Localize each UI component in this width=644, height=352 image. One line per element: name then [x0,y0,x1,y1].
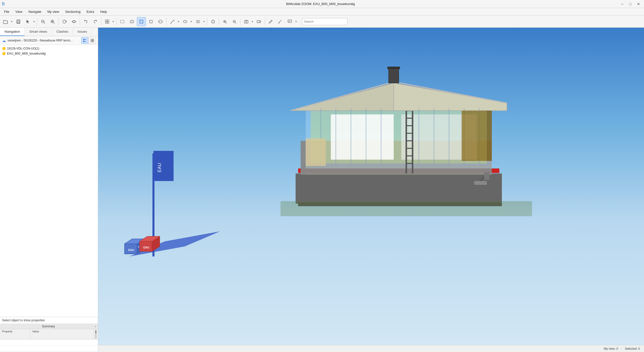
redo-button[interactable] [91,17,100,26]
tree-item-eau[interactable]: 🟡 EAU_B00_M00_bouwkundig [0,51,98,56]
perspective-button[interactable] [137,17,146,26]
column-property: Property [0,329,30,339]
svg-line-47 [235,22,236,23]
annotate-button[interactable] [285,17,294,26]
tree-label-con: 19126-VDL-CON-UO(1) [7,47,39,50]
svg-rect-119 [484,172,489,180]
pointer-button[interactable] [23,17,32,26]
sep5 [116,18,116,25]
svg-rect-28 [149,20,152,23]
svg-rect-56 [83,39,84,40]
close-button[interactable]: ✕ [635,1,642,8]
svg-rect-80 [296,173,502,204]
rotate-button[interactable] [60,17,69,26]
svg-rect-101 [389,68,399,83]
annotate-dropdown-arrow[interactable]: ▼ [294,20,298,23]
menu-item-sectioning[interactable]: Sectioning [62,8,84,15]
menu-item-file[interactable]: File [1,8,12,15]
model-icon-eau: 🟡 [2,52,6,55]
align-button[interactable] [193,17,203,26]
undo-button[interactable] [81,17,90,26]
svg-rect-20 [120,20,124,23]
svg-rect-61 [91,39,92,40]
get-pro-link[interactable]: Get Pro... [0,350,17,352]
open-dropdown-arrow[interactable]: ▼ [10,20,13,23]
menu-item-navigate[interactable]: Navigate [25,8,44,15]
screenshot-dropdown-arrow[interactable]: ▼ [251,20,254,23]
svg-rect-21 [130,21,133,23]
ellipse-dropdown-arrow[interactable]: ▼ [190,20,193,23]
properties-button[interactable]: i [209,17,218,26]
tab-navigation[interactable]: Navigation [0,28,25,36]
zoom-in-button[interactable] [48,17,57,26]
ellipse-button[interactable] [181,17,190,26]
zoom-out-view-button[interactable] [230,17,239,26]
menu-bar: FileViewNavigateMy viewSectioningExtraHe… [0,8,644,16]
tab-clashes[interactable]: Clashes [52,28,73,36]
svg-rect-102 [387,67,400,69]
zoom-in-view-button[interactable] [220,17,229,26]
search-input[interactable] [304,20,346,23]
save-button[interactable] [14,17,23,26]
main-layout: Navigation Smart views Clashes Issues ☁ … [0,28,644,352]
model-dropdown-arrow[interactable]: ▼ [112,20,115,23]
svg-point-49 [246,21,247,22]
grid-view-button[interactable] [89,37,96,44]
svg-rect-22 [131,20,134,22]
tree-view-button[interactable] [81,37,88,44]
svg-rect-117 [474,181,487,185]
zoom-out-button[interactable] [38,17,48,26]
svg-line-5 [44,22,45,24]
measure-button[interactable] [168,17,177,26]
building-svg: EAU EAU EAU [98,28,644,352]
menu-item-view[interactable]: View [12,8,25,15]
minimize-button[interactable]: ─ [619,1,626,8]
pointer-dropdown-arrow[interactable]: ▼ [32,20,36,23]
menu-item-my-view[interactable]: My view [44,8,62,15]
open-button-group: ▼ [1,17,13,26]
sync-views-button[interactable] [156,17,165,26]
summary-expand-arrow[interactable]: › [95,325,96,328]
search-box[interactable] [302,18,347,25]
menu-item-help[interactable]: Help [97,8,110,15]
svg-rect-66 [95,330,96,333]
svg-rect-2 [17,22,19,23]
tree-item-con[interactable]: 🟡 19126-VDL-CON-UO(1) [0,46,98,51]
status-separator: | [621,347,622,350]
project-name: vanwijnen - 56100220 - Nieuwbouw RRP ter… [8,39,80,42]
title-bar: B BIMcollab ZOOM: EAU_B00_M00_bouwkundig… [0,0,644,8]
box-select-button[interactable] [127,17,136,26]
tabs: Navigation Smart views Clashes Issues [0,28,98,36]
svg-marker-29 [158,21,159,22]
svg-rect-113 [462,111,487,161]
model-groups-button[interactable] [103,17,112,26]
svg-rect-120 [280,201,532,216]
open-button[interactable] [1,17,10,26]
measure-dropdown-arrow[interactable]: ▼ [177,20,180,23]
toolbar: ▼ ▼ ▼ [0,16,644,28]
sep3 [80,18,80,25]
menu-item-extra[interactable]: Extra [84,8,97,15]
tab-issues[interactable]: Issues [73,28,92,36]
svg-rect-64 [93,41,94,42]
cloud-icon: ☁ [2,38,6,43]
draw-button[interactable] [276,17,285,26]
align-dropdown-arrow[interactable]: ▼ [203,20,206,23]
svg-rect-16 [105,20,107,21]
viewport[interactable]: EAU EAU EAU [98,28,644,352]
project-row: ☁ vanwijnen - 56100220 - Nieuwbouw RRP t… [0,36,98,45]
rectangle-select-button[interactable] [118,17,127,26]
svg-rect-116 [477,184,484,194]
orbit-button[interactable] [69,17,78,26]
record-button[interactable] [254,17,263,26]
status-bar: My view: 0 | Selected: 0 [98,345,644,352]
orthographic-button[interactable] [146,17,155,26]
tab-smart-views[interactable]: Smart views [25,28,52,36]
svg-rect-1 [17,20,19,21]
svg-rect-63 [91,41,92,42]
svg-rect-57 [83,41,84,42]
maximize-button[interactable]: □ [627,1,634,8]
markup-button[interactable] [266,17,275,26]
sep7 [207,18,207,25]
screenshot-button[interactable] [242,17,251,26]
